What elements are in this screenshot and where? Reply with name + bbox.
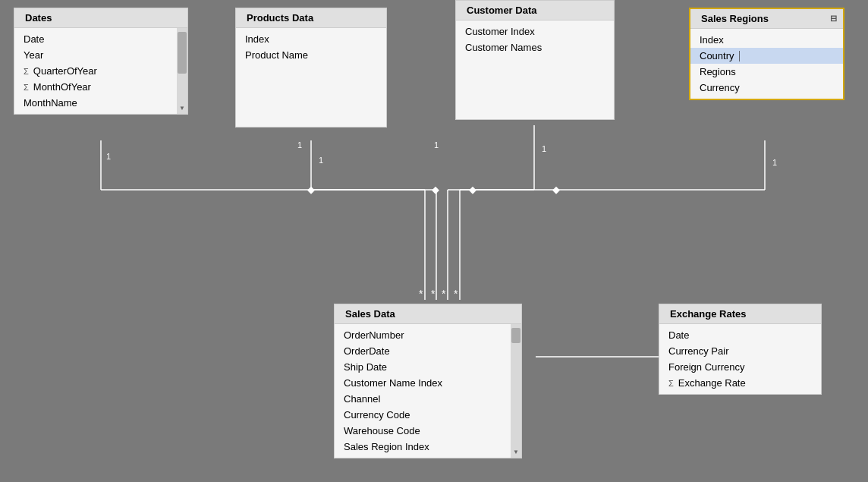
products-title: Products Data — [247, 12, 313, 24]
svg-rect-27 — [552, 187, 560, 194]
svg-text:1: 1 — [106, 152, 111, 161]
table-row[interactable]: OrderNumber — [335, 327, 521, 343]
table-row[interactable]: Channel — [335, 391, 521, 407]
sales-data-header: Sales Data — [335, 304, 521, 324]
field-label: OrderDate — [344, 345, 390, 357]
table-row[interactable]: Customer Index — [456, 24, 614, 39]
table-row[interactable]: Customer Name Index — [335, 375, 521, 391]
field-label: QuarterOfYear — [33, 65, 97, 77]
svg-text:*: * — [419, 288, 423, 300]
field-label: Index — [245, 33, 269, 45]
svg-rect-24 — [307, 187, 315, 194]
field-label: Regions — [700, 66, 736, 77]
table-row[interactable]: Index — [690, 32, 843, 48]
svg-text:*: * — [431, 288, 436, 300]
table-row[interactable]: Σ Exchange Rate — [659, 375, 821, 391]
customer-table-header: Customer Data — [456, 1, 614, 20]
svg-text:*: * — [442, 288, 446, 300]
products-table[interactable]: Products Data Index Product Name — [235, 8, 387, 128]
field-label: OrderNumber — [344, 329, 404, 341]
exchange-rates-header: Exchange Rates — [659, 304, 821, 324]
field-label: Currency Code — [344, 409, 410, 421]
customer-title: Customer Data — [467, 5, 536, 16]
field-label: Index — [700, 34, 724, 46]
dates-table[interactable]: Dates Date Year Σ QuarterOfYear Σ MonthO… — [14, 8, 188, 115]
sales-regions-title: Sales Regions — [701, 13, 769, 24]
dates-table-header: Dates — [14, 8, 187, 28]
field-label: MonthOfYear — [33, 81, 91, 93]
field-label: Customer Names — [465, 42, 542, 53]
svg-text:1: 1 — [542, 144, 546, 153]
products-table-header: Products Data — [236, 8, 386, 28]
sales-regions-header: Sales Regions ⊟ — [690, 9, 843, 29]
table-row[interactable]: OrderDate — [335, 343, 521, 359]
dates-title: Dates — [25, 12, 52, 24]
table-row[interactable]: Customer Names — [456, 39, 614, 55]
table-row[interactable]: Product Name — [236, 47, 386, 63]
field-label: Currency — [700, 82, 740, 93]
sigma-icon: Σ — [668, 379, 674, 388]
field-label: Warehouse Code — [344, 425, 420, 436]
table-row[interactable]: Date — [14, 31, 187, 47]
field-label: Customer Name Index — [344, 377, 442, 389]
table-row[interactable]: Foreign Currency — [659, 359, 821, 375]
field-label: Country — [700, 50, 734, 61]
svg-text:*: * — [454, 288, 458, 300]
table-row[interactable]: Index — [236, 31, 386, 47]
table-row[interactable]: Σ QuarterOfYear — [14, 63, 187, 79]
field-label: Channel — [344, 393, 380, 405]
svg-rect-26 — [469, 187, 476, 194]
table-row[interactable]: Date — [659, 327, 821, 343]
sigma-icon: Σ — [24, 67, 29, 76]
field-label: Year — [24, 49, 43, 61]
field-label: Foreign Currency — [668, 361, 744, 373]
field-label: Ship Date — [344, 361, 387, 373]
sales-data-title: Sales Data — [345, 308, 395, 320]
collapse-icon[interactable]: ⊟ — [830, 14, 837, 24]
table-row[interactable]: Sales Region Index — [335, 439, 521, 455]
table-row[interactable]: Ship Date — [335, 359, 521, 375]
table-row[interactable]: MonthName — [14, 95, 187, 111]
table-row[interactable]: Regions — [690, 64, 843, 80]
svg-text:1: 1 — [319, 156, 323, 165]
table-row[interactable]: Country — [690, 48, 843, 64]
table-row[interactable]: Currency Code — [335, 407, 521, 423]
table-row[interactable]: Warehouse Code — [335, 423, 521, 439]
field-label: Product Name — [245, 49, 308, 61]
field-label: Exchange Rate — [678, 377, 746, 389]
sigma-icon: Σ — [24, 83, 29, 92]
table-row[interactable]: Year — [14, 47, 187, 63]
table-row[interactable]: Σ MonthOfYear — [14, 79, 187, 95]
exchange-rates-title: Exchange Rates — [670, 308, 746, 320]
field-label: Currency Pair — [668, 345, 728, 357]
exchange-rates-table[interactable]: Exchange Rates Date Currency Pair Foreig… — [659, 304, 822, 395]
field-label: Sales Region Index — [344, 441, 429, 452]
field-label: MonthName — [24, 97, 77, 109]
field-label: Customer Index — [465, 26, 535, 37]
field-label: Date — [24, 33, 44, 45]
field-label: Date — [668, 329, 689, 341]
customer-table[interactable]: Customer Data Customer Index Customer Na… — [455, 0, 615, 120]
svg-rect-25 — [432, 187, 439, 194]
svg-text:1: 1 — [434, 140, 439, 150]
svg-text:1: 1 — [772, 158, 777, 167]
sales-regions-table[interactable]: Sales Regions ⊟ Index Country Regions Cu… — [689, 8, 844, 100]
table-row[interactable]: Currency — [690, 80, 843, 96]
sales-data-table[interactable]: Sales Data OrderNumber OrderDate Ship Da… — [334, 304, 522, 458]
table-row[interactable]: Currency Pair — [659, 343, 821, 359]
svg-text:1: 1 — [297, 140, 302, 150]
